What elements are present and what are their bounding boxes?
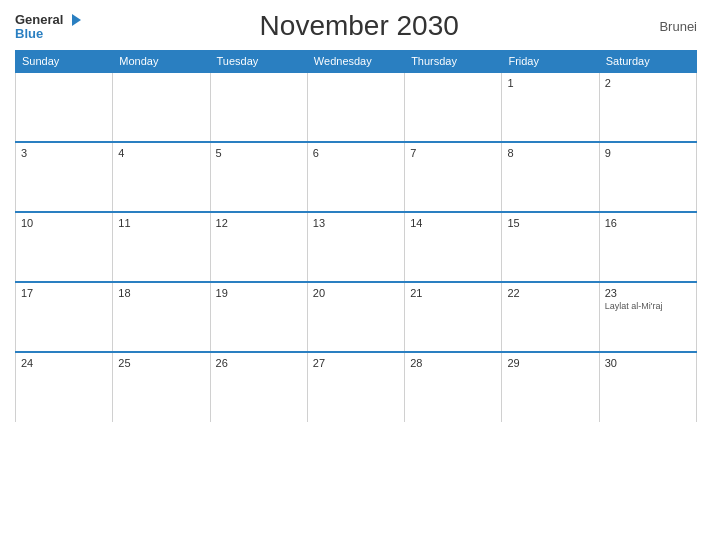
day-cell-1-5: 8 [502, 142, 599, 212]
day-cell-2-2: 12 [210, 212, 307, 282]
day-cell-0-2 [210, 72, 307, 142]
day-number: 16 [605, 217, 691, 229]
weekday-header-row: Sunday Monday Tuesday Wednesday Thursday… [16, 51, 697, 73]
country-label: Brunei [637, 19, 697, 34]
day-number: 15 [507, 217, 593, 229]
logo-general-text: General [15, 13, 63, 26]
header-thursday: Thursday [405, 51, 502, 73]
day-cell-1-4: 7 [405, 142, 502, 212]
day-cell-1-3: 6 [307, 142, 404, 212]
day-number: 4 [118, 147, 204, 159]
day-number: 18 [118, 287, 204, 299]
day-cell-2-5: 15 [502, 212, 599, 282]
day-number: 3 [21, 147, 107, 159]
logo: General Blue [15, 13, 81, 40]
header: General Blue November 2030 Brunei [15, 10, 697, 42]
header-monday: Monday [113, 51, 210, 73]
day-cell-4-4: 28 [405, 352, 502, 422]
day-number: 5 [216, 147, 302, 159]
day-number: 11 [118, 217, 204, 229]
day-cell-3-4: 21 [405, 282, 502, 352]
calendar-header: Sunday Monday Tuesday Wednesday Thursday… [16, 51, 697, 73]
day-number: 17 [21, 287, 107, 299]
day-cell-2-6: 16 [599, 212, 696, 282]
day-cell-3-6: 23Laylat al-Mi'raj [599, 282, 696, 352]
day-cell-3-2: 19 [210, 282, 307, 352]
calendar-body: 1234567891011121314151617181920212223Lay… [16, 72, 697, 422]
header-sunday: Sunday [16, 51, 113, 73]
calendar-page: General Blue November 2030 Brunei Sunday… [0, 0, 712, 550]
header-saturday: Saturday [599, 51, 696, 73]
week-row-3: 17181920212223Laylat al-Mi'raj [16, 282, 697, 352]
day-number: 9 [605, 147, 691, 159]
day-cell-0-1 [113, 72, 210, 142]
day-cell-0-4 [405, 72, 502, 142]
day-cell-1-1: 4 [113, 142, 210, 212]
day-cell-3-1: 18 [113, 282, 210, 352]
day-cell-1-2: 5 [210, 142, 307, 212]
day-number: 13 [313, 217, 399, 229]
day-number: 12 [216, 217, 302, 229]
calendar-title: November 2030 [81, 10, 637, 42]
day-number: 19 [216, 287, 302, 299]
day-number: 23 [605, 287, 691, 299]
day-number: 20 [313, 287, 399, 299]
header-tuesday: Tuesday [210, 51, 307, 73]
day-cell-4-2: 26 [210, 352, 307, 422]
day-number: 25 [118, 357, 204, 369]
day-cell-4-1: 25 [113, 352, 210, 422]
day-cell-3-3: 20 [307, 282, 404, 352]
calendar-table: Sunday Monday Tuesday Wednesday Thursday… [15, 50, 697, 422]
week-row-1: 3456789 [16, 142, 697, 212]
day-cell-1-0: 3 [16, 142, 113, 212]
day-cell-4-5: 29 [502, 352, 599, 422]
header-friday: Friday [502, 51, 599, 73]
day-number: 7 [410, 147, 496, 159]
day-number: 1 [507, 77, 593, 89]
day-cell-3-0: 17 [16, 282, 113, 352]
day-cell-2-0: 10 [16, 212, 113, 282]
day-cell-2-1: 11 [113, 212, 210, 282]
day-number: 22 [507, 287, 593, 299]
day-cell-1-6: 9 [599, 142, 696, 212]
day-number: 8 [507, 147, 593, 159]
header-wednesday: Wednesday [307, 51, 404, 73]
day-event: Laylat al-Mi'raj [605, 301, 691, 311]
day-number: 26 [216, 357, 302, 369]
day-cell-0-5: 1 [502, 72, 599, 142]
day-number: 6 [313, 147, 399, 159]
day-cell-0-6: 2 [599, 72, 696, 142]
day-number: 24 [21, 357, 107, 369]
week-row-2: 10111213141516 [16, 212, 697, 282]
day-number: 29 [507, 357, 593, 369]
day-number: 30 [605, 357, 691, 369]
day-number: 2 [605, 77, 691, 89]
day-number: 28 [410, 357, 496, 369]
day-number: 27 [313, 357, 399, 369]
svg-marker-0 [72, 14, 81, 26]
day-cell-4-6: 30 [599, 352, 696, 422]
logo-blue-text: Blue [15, 27, 43, 40]
day-cell-2-4: 14 [405, 212, 502, 282]
day-number: 10 [21, 217, 107, 229]
logo-flag-icon [63, 13, 81, 27]
day-number: 14 [410, 217, 496, 229]
week-row-0: 12 [16, 72, 697, 142]
day-cell-0-3 [307, 72, 404, 142]
day-cell-2-3: 13 [307, 212, 404, 282]
day-cell-3-5: 22 [502, 282, 599, 352]
day-cell-4-0: 24 [16, 352, 113, 422]
week-row-4: 24252627282930 [16, 352, 697, 422]
day-cell-4-3: 27 [307, 352, 404, 422]
day-cell-0-0 [16, 72, 113, 142]
day-number: 21 [410, 287, 496, 299]
